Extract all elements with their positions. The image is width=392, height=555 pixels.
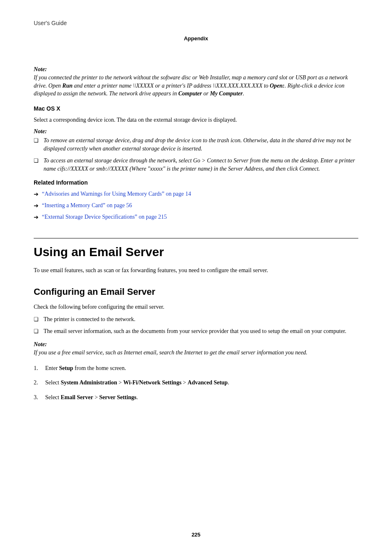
step-item: Select Email Server > Server Settings. xyxy=(34,393,358,402)
h2-configuring-email-server: Configuring an Email Server xyxy=(34,287,358,297)
related-link-item: ➔“External Storage Device Specifications… xyxy=(34,213,358,221)
note-heading: Note: xyxy=(34,66,358,73)
step-text-part: > xyxy=(93,394,99,400)
step-list: Enter Setup from the home screen. Select… xyxy=(34,364,358,402)
related-info-heading: Related Information xyxy=(34,179,358,186)
related-link-item: ➔“Advisories and Warnings for Using Memo… xyxy=(34,190,358,198)
note-block-2: Note: To remove an external storage devi… xyxy=(34,128,358,173)
note-text-bold: Connect xyxy=(299,166,318,172)
note-text: If you use a free email service, such as… xyxy=(34,349,358,357)
check-bullet-item: The email server information, such as th… xyxy=(34,327,358,335)
step-text-part: > xyxy=(182,379,188,386)
related-link[interactable]: “Inserting a Memory Card” on page 56 xyxy=(42,202,132,208)
step-text-part: Enter xyxy=(45,365,59,371)
arrow-right-icon: ➔ xyxy=(34,190,39,199)
step-text-bold: Advanced Setup xyxy=(188,379,228,386)
note-heading: Note: xyxy=(34,341,358,348)
check-bullet-list: The printer is connected to the network.… xyxy=(34,315,358,335)
related-link[interactable]: “Advisories and Warnings for Using Memor… xyxy=(42,191,191,197)
step-text-part: Select xyxy=(45,394,61,400)
note-text: If you connected the printer to the netw… xyxy=(34,74,358,98)
macosx-heading: Mac OS X xyxy=(34,105,358,112)
check-bullet-item: The printer is connected to the network. xyxy=(34,315,358,324)
arrow-right-icon: ➔ xyxy=(34,202,39,210)
note-block-1: Note: If you connected the printer to th… xyxy=(34,66,358,98)
related-link-list: ➔“Advisories and Warnings for Using Memo… xyxy=(34,190,358,221)
step-text-bold: System Administration xyxy=(61,379,117,386)
note-text-part: To access an external storage device thr… xyxy=(44,157,193,164)
step-text-bold: Email Server xyxy=(61,394,93,400)
note-text-part: or xyxy=(202,90,210,97)
h1-body: To use email features, such as scan or f… xyxy=(34,266,358,275)
note-bullet-item: To access an external storage device thr… xyxy=(34,157,358,173)
note-text-part: . xyxy=(318,166,320,172)
note-text-part: . xyxy=(243,90,244,97)
step-text-bold: Server Settings xyxy=(99,394,136,400)
step-text-part: from the home screen. xyxy=(73,365,126,371)
page-number: 225 xyxy=(0,532,392,538)
step-text-bold: Setup xyxy=(59,365,73,371)
note-block-3: Note: If you use a free email service, s… xyxy=(34,341,358,357)
guide-title: User's Guide xyxy=(34,20,358,26)
section-label: Appendix xyxy=(34,35,358,42)
step-item: Select System Administration > Wi-Fi/Net… xyxy=(34,379,358,387)
step-text-part: . xyxy=(228,379,229,386)
related-link-item: ➔“Inserting a Memory Card” on page 56 xyxy=(34,201,358,210)
note-text-part: > xyxy=(200,157,207,164)
macosx-body: Select a corresponding device icon. The … xyxy=(34,116,358,124)
related-link[interactable]: “External Storage Device Specifications”… xyxy=(42,214,167,220)
step-text-part: > xyxy=(117,379,123,386)
note-text-bold: Go xyxy=(193,157,200,164)
note-heading: Note: xyxy=(34,128,358,135)
note-text-bold: Server Address xyxy=(228,166,263,172)
note-text-part: and enter a printer name \\XXXXX or a pr… xyxy=(73,83,270,89)
h2-body: Check the following before configuring t… xyxy=(34,303,358,311)
note-text-part: , and then click xyxy=(263,166,299,172)
arrow-right-icon: ➔ xyxy=(34,213,39,222)
step-text-part: Select xyxy=(45,379,61,386)
step-item: Enter Setup from the home screen. xyxy=(34,364,358,372)
note-text-bold: Connect to Server xyxy=(207,157,249,164)
note-bullet-item: To remove an external storage device, dr… xyxy=(34,136,358,153)
note-text-bold: Computer xyxy=(178,90,202,97)
step-text-part: . xyxy=(136,394,138,400)
h1-using-email-server: Using an Email Server xyxy=(34,238,358,259)
note-text-bold: Run xyxy=(62,83,73,89)
note-text-bold: Open: xyxy=(270,83,285,89)
step-text-bold: Wi-Fi/Network Settings xyxy=(123,379,182,386)
note-text-bold: My Computer xyxy=(210,90,243,97)
note-bullet-list: To remove an external storage device, dr… xyxy=(34,136,358,173)
